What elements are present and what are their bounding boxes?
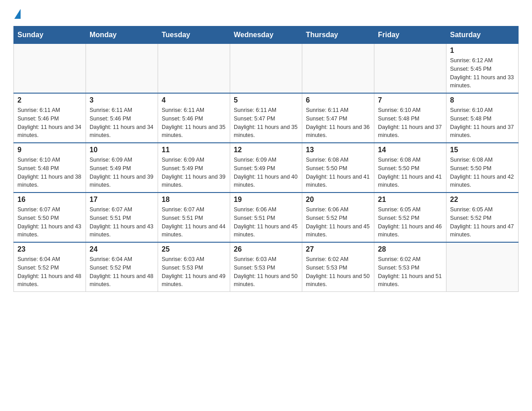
day-info: Sunrise: 6:10 AMSunset: 5:48 PMDaylight:… (17, 156, 82, 189)
calendar-cell: 28Sunrise: 6:02 AMSunset: 5:53 PMDayligh… (374, 242, 446, 292)
day-info: Sunrise: 6:05 AMSunset: 5:52 PMDaylight:… (450, 206, 515, 239)
calendar-week-row: 2Sunrise: 6:11 AMSunset: 5:46 PMDaylight… (14, 93, 519, 143)
day-number: 14 (378, 146, 442, 154)
calendar-cell: 20Sunrise: 6:06 AMSunset: 5:52 PMDayligh… (302, 193, 374, 242)
weekday-header-saturday: Saturday (446, 26, 519, 44)
day-info: Sunrise: 6:11 AMSunset: 5:46 PMDaylight:… (90, 106, 154, 140)
calendar-cell: 22Sunrise: 6:05 AMSunset: 5:52 PMDayligh… (446, 193, 519, 242)
day-info: Sunrise: 6:09 AMSunset: 5:49 PMDaylight:… (90, 156, 154, 189)
logo (13, 9, 21, 17)
calendar-cell: 27Sunrise: 6:02 AMSunset: 5:53 PMDayligh… (302, 242, 374, 292)
day-info: Sunrise: 6:06 AMSunset: 5:52 PMDaylight:… (306, 206, 370, 239)
calendar-cell: 26Sunrise: 6:03 AMSunset: 5:53 PMDayligh… (230, 242, 302, 292)
day-number: 19 (234, 196, 298, 204)
calendar-week-row: 9Sunrise: 6:10 AMSunset: 5:48 PMDaylight… (14, 143, 519, 193)
day-info: Sunrise: 6:03 AMSunset: 5:53 PMDaylight:… (162, 255, 226, 289)
calendar-cell: 24Sunrise: 6:04 AMSunset: 5:52 PMDayligh… (86, 242, 158, 292)
day-info: Sunrise: 6:10 AMSunset: 5:48 PMDaylight:… (450, 106, 515, 140)
day-number: 6 (306, 96, 370, 104)
calendar-cell: 17Sunrise: 6:07 AMSunset: 5:51 PMDayligh… (86, 193, 158, 242)
day-info: Sunrise: 6:11 AMSunset: 5:46 PMDaylight:… (17, 106, 82, 140)
day-number: 24 (90, 245, 154, 253)
calendar-cell: 5Sunrise: 6:11 AMSunset: 5:47 PMDaylight… (230, 93, 302, 143)
day-info: Sunrise: 6:08 AMSunset: 5:50 PMDaylight:… (378, 156, 442, 189)
day-info: Sunrise: 6:05 AMSunset: 5:52 PMDaylight:… (378, 206, 442, 239)
weekday-header-monday: Monday (86, 26, 158, 44)
day-info: Sunrise: 6:09 AMSunset: 5:49 PMDaylight:… (234, 156, 298, 189)
calendar-header-row: SundayMondayTuesdayWednesdayThursdayFrid… (14, 26, 519, 44)
day-number: 3 (90, 96, 154, 104)
calendar-cell: 14Sunrise: 6:08 AMSunset: 5:50 PMDayligh… (374, 143, 446, 193)
day-info: Sunrise: 6:02 AMSunset: 5:53 PMDaylight:… (306, 255, 370, 289)
day-number: 20 (306, 196, 370, 204)
day-info: Sunrise: 6:08 AMSunset: 5:50 PMDaylight:… (306, 156, 370, 189)
day-number: 21 (378, 196, 442, 204)
calendar-cell: 7Sunrise: 6:10 AMSunset: 5:48 PMDaylight… (374, 93, 446, 143)
calendar-cell: 13Sunrise: 6:08 AMSunset: 5:50 PMDayligh… (302, 143, 374, 193)
day-info: Sunrise: 6:03 AMSunset: 5:53 PMDaylight:… (234, 255, 298, 289)
day-info: Sunrise: 6:11 AMSunset: 5:47 PMDaylight:… (234, 106, 298, 140)
calendar-cell (230, 44, 302, 94)
day-number: 1 (450, 47, 515, 55)
calendar-cell: 21Sunrise: 6:05 AMSunset: 5:52 PMDayligh… (374, 193, 446, 242)
calendar-cell: 16Sunrise: 6:07 AMSunset: 5:50 PMDayligh… (14, 193, 86, 242)
weekday-header-tuesday: Tuesday (158, 26, 230, 44)
logo-triangle-icon (14, 9, 21, 19)
day-info: Sunrise: 6:11 AMSunset: 5:47 PMDaylight:… (306, 106, 370, 140)
day-number: 28 (378, 245, 442, 253)
day-number: 26 (234, 245, 298, 253)
calendar-cell (158, 44, 230, 94)
weekday-header-thursday: Thursday (302, 26, 374, 44)
calendar-cell: 11Sunrise: 6:09 AMSunset: 5:49 PMDayligh… (158, 143, 230, 193)
day-number: 2 (17, 96, 82, 104)
day-info: Sunrise: 6:08 AMSunset: 5:50 PMDaylight:… (450, 156, 515, 189)
calendar-cell (446, 242, 519, 292)
day-info: Sunrise: 6:07 AMSunset: 5:50 PMDaylight:… (17, 206, 82, 239)
day-number: 25 (162, 245, 226, 253)
day-number: 18 (162, 196, 226, 204)
weekday-header-friday: Friday (374, 26, 446, 44)
calendar-cell: 3Sunrise: 6:11 AMSunset: 5:46 PMDaylight… (86, 93, 158, 143)
day-info: Sunrise: 6:07 AMSunset: 5:51 PMDaylight:… (162, 206, 226, 239)
day-info: Sunrise: 6:04 AMSunset: 5:52 PMDaylight:… (90, 255, 154, 289)
day-info: Sunrise: 6:04 AMSunset: 5:52 PMDaylight:… (17, 255, 82, 289)
calendar-cell: 10Sunrise: 6:09 AMSunset: 5:49 PMDayligh… (86, 143, 158, 193)
day-number: 11 (162, 146, 226, 154)
day-number: 16 (17, 196, 82, 204)
calendar-cell: 12Sunrise: 6:09 AMSunset: 5:49 PMDayligh… (230, 143, 302, 193)
calendar-cell: 23Sunrise: 6:04 AMSunset: 5:52 PMDayligh… (14, 242, 86, 292)
calendar-cell: 6Sunrise: 6:11 AMSunset: 5:47 PMDaylight… (302, 93, 374, 143)
day-info: Sunrise: 6:11 AMSunset: 5:46 PMDaylight:… (162, 106, 226, 140)
calendar-cell (14, 44, 86, 94)
day-number: 8 (450, 96, 515, 104)
day-number: 13 (306, 146, 370, 154)
day-info: Sunrise: 6:09 AMSunset: 5:49 PMDaylight:… (162, 156, 226, 189)
calendar-cell: 15Sunrise: 6:08 AMSunset: 5:50 PMDayligh… (446, 143, 519, 193)
day-info: Sunrise: 6:02 AMSunset: 5:53 PMDaylight:… (378, 255, 442, 289)
day-number: 10 (90, 146, 154, 154)
day-number: 12 (234, 146, 298, 154)
day-info: Sunrise: 6:12 AMSunset: 5:45 PMDaylight:… (450, 56, 515, 90)
calendar-week-row: 1Sunrise: 6:12 AMSunset: 5:45 PMDaylight… (14, 44, 519, 94)
calendar-cell: 19Sunrise: 6:06 AMSunset: 5:51 PMDayligh… (230, 193, 302, 242)
calendar-week-row: 23Sunrise: 6:04 AMSunset: 5:52 PMDayligh… (14, 242, 519, 292)
day-info: Sunrise: 6:06 AMSunset: 5:51 PMDaylight:… (234, 206, 298, 239)
page-header (13, 9, 519, 17)
calendar-cell: 4Sunrise: 6:11 AMSunset: 5:46 PMDaylight… (158, 93, 230, 143)
weekday-header-wednesday: Wednesday (230, 26, 302, 44)
day-number: 22 (450, 196, 515, 204)
calendar-week-row: 16Sunrise: 6:07 AMSunset: 5:50 PMDayligh… (14, 193, 519, 242)
day-number: 7 (378, 96, 442, 104)
day-number: 15 (450, 146, 515, 154)
calendar-cell: 18Sunrise: 6:07 AMSunset: 5:51 PMDayligh… (158, 193, 230, 242)
day-number: 4 (162, 96, 226, 104)
day-number: 17 (90, 196, 154, 204)
day-info: Sunrise: 6:10 AMSunset: 5:48 PMDaylight:… (378, 106, 442, 140)
day-info: Sunrise: 6:07 AMSunset: 5:51 PMDaylight:… (90, 206, 154, 239)
weekday-header-sunday: Sunday (14, 26, 86, 44)
calendar-table: SundayMondayTuesdayWednesdayThursdayFrid… (13, 26, 519, 292)
calendar-cell: 25Sunrise: 6:03 AMSunset: 5:53 PMDayligh… (158, 242, 230, 292)
day-number: 5 (234, 96, 298, 104)
calendar-cell (302, 44, 374, 94)
day-number: 9 (17, 146, 82, 154)
